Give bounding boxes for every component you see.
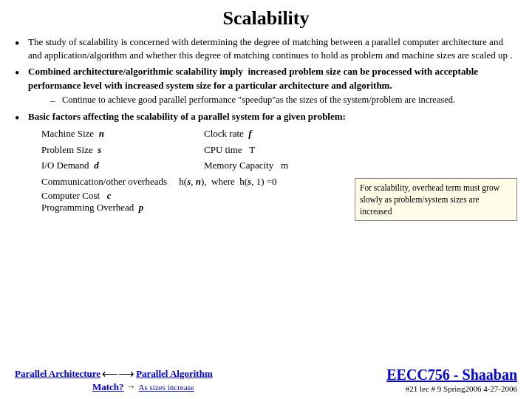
sub-dash-text: Continue to achieve good parallel perfor… [62, 94, 455, 106]
factors-grid: Machine Size n Clock rate f Problem Size… [41, 126, 517, 214]
bullet-dot-2: • [15, 65, 28, 82]
parallel-arch-link[interactable]: Parallel Architecture [15, 368, 100, 380]
footer: Parallel Architecture ⟵⟶ Parallel Algori… [15, 362, 517, 393]
right-arrow-icon: → [127, 381, 136, 392]
bullet-1: • The study of scalability is concerned … [15, 35, 517, 62]
factor-io-demand: I/O Demand d [41, 158, 204, 173]
bullet-2: • Combined architecture/algorithmic scal… [15, 65, 517, 107]
bullet-3: • Basic factors affecting the scalabilit… [15, 110, 517, 214]
parallel-algo-link[interactable]: Parallel Algorithm [136, 368, 213, 380]
eecc-badge: EECC756 - Shaaban [386, 366, 517, 383]
factor-clock-rate: Clock rate f [204, 126, 517, 141]
match-row: Match? → As sizes increase [33, 381, 194, 393]
factor-machine-size: Machine Size n [41, 126, 204, 141]
page: Scalability • The study of scalability i… [0, 0, 532, 399]
as-sizes-label: As sizes increase [139, 383, 194, 392]
bullet-text-3: Basic factors affecting the scalability … [28, 110, 517, 123]
dash-marker: – [50, 94, 62, 107]
footer-arrows: Parallel Architecture ⟵⟶ Parallel Algori… [15, 367, 213, 393]
footer-right: EECC756 - Shaaban #21 lec # 9 Spring2006… [386, 366, 517, 393]
tooltip-box: For scalability, overhead term must grow… [355, 178, 517, 221]
bullet-dot-3: • [15, 110, 28, 127]
match-label[interactable]: Match? [92, 381, 124, 393]
bullet-text-1: The study of scalability is concerned wi… [28, 35, 517, 62]
cost-prog-area: Computer Cost c Programming Overhead p F… [41, 190, 517, 214]
factors-table: Machine Size n Clock rate f Problem Size… [41, 126, 517, 214]
factor-memory: Memory Capacity m [204, 158, 517, 173]
tooltip-text: For scalability, overhead term must grow… [360, 183, 499, 216]
footer-links: Parallel Architecture ⟵⟶ Parallel Algori… [15, 367, 213, 381]
double-arrow-icon: ⟵⟶ [102, 367, 134, 381]
page-title: Scalability [15, 7, 517, 30]
bullet-text-2: Combined architecture/algorithmic scalab… [28, 65, 517, 107]
lec-info: #21 lec # 9 Spring2006 4-27-2006 [386, 384, 517, 393]
factor-problem-size: Problem Size s [41, 143, 204, 157]
sub-dash: – Continue to achieve good parallel perf… [50, 94, 517, 107]
bullet-dot-1: • [15, 35, 28, 52]
factor-cpu-time: CPU time T [204, 143, 517, 157]
